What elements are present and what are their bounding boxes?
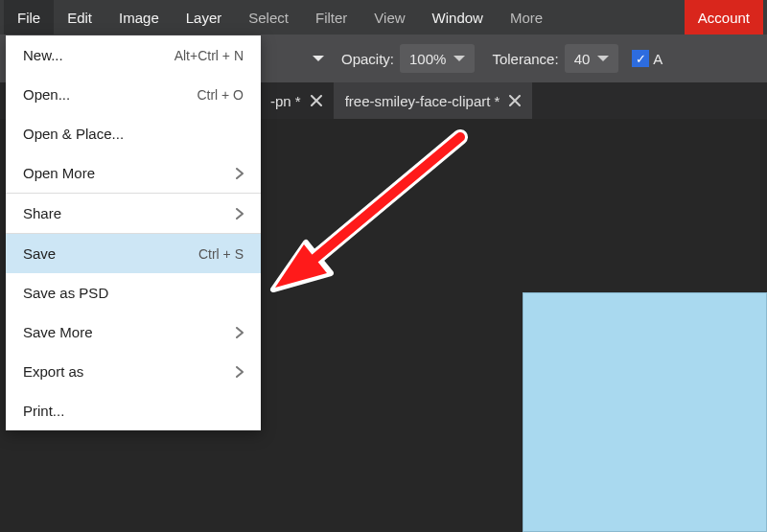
chevron-down-icon — [313, 56, 324, 61]
menu-file[interactable]: File — [4, 0, 54, 35]
file-menu-save-more[interactable]: Save More — [6, 312, 261, 352]
shortcut-text: Alt+Ctrl + N — [174, 48, 244, 63]
file-menu-save[interactable]: Save Ctrl + S — [6, 234, 261, 273]
file-menu-open-more[interactable]: Open More — [6, 153, 261, 193]
chevron-right-icon — [236, 366, 244, 378]
chevron-down-icon — [453, 56, 465, 61]
menu-window[interactable]: Window — [419, 0, 497, 35]
menu-layer[interactable]: Layer — [173, 0, 236, 35]
opacity-label: Opacity: — [341, 51, 394, 67]
file-menu-new[interactable]: New... Alt+Ctrl + N — [6, 35, 261, 75]
document-tab[interactable]: -pn * — [259, 82, 334, 119]
opacity-value-dropdown[interactable]: 100% — [400, 44, 475, 73]
option-checkbox-label: A — [653, 51, 662, 67]
menubar: File Edit Image Layer Select Filter View… — [0, 0, 767, 35]
file-menu-print[interactable]: Print... — [6, 391, 261, 430]
file-menu-share[interactable]: Share — [6, 194, 261, 233]
shortcut-text: Ctrl + O — [197, 87, 244, 103]
opacity-value: 100% — [409, 51, 446, 67]
file-menu-save-psd[interactable]: Save as PSD — [6, 273, 261, 312]
chevron-right-icon — [236, 168, 244, 179]
tab-label: -pn * — [270, 93, 301, 109]
tolerance-label: Tolerance: — [492, 51, 558, 67]
chevron-down-icon — [597, 56, 609, 61]
menu-account[interactable]: Account — [685, 0, 763, 35]
option-checkbox[interactable]: ✓ — [632, 50, 649, 67]
shortcut-text: Ctrl + S — [198, 246, 244, 262]
tolerance-value-dropdown[interactable]: 40 — [565, 44, 619, 73]
document-tab[interactable]: free-smiley-face-clipart * — [334, 82, 533, 119]
file-menu-export-as[interactable]: Export as — [6, 352, 261, 391]
tab-label: free-smiley-face-clipart * — [345, 93, 500, 109]
canvas-content[interactable] — [523, 292, 767, 532]
file-menu-open-place[interactable]: Open & Place... — [6, 114, 261, 153]
menu-more[interactable]: More — [497, 0, 556, 35]
menu-filter[interactable]: Filter — [302, 0, 360, 35]
menu-edit[interactable]: Edit — [54, 0, 105, 35]
close-icon[interactable] — [509, 95, 521, 106]
close-icon[interactable] — [311, 95, 322, 106]
file-menu-dropdown: New... Alt+Ctrl + N Open... Ctrl + O Ope… — [6, 35, 261, 430]
chevron-right-icon — [236, 208, 244, 220]
tool-preset-dropdown[interactable] — [307, 56, 324, 61]
tolerance-value: 40 — [574, 51, 591, 67]
chevron-right-icon — [236, 327, 244, 338]
menu-view[interactable]: View — [360, 0, 418, 35]
menu-image[interactable]: Image — [105, 0, 173, 35]
menu-select[interactable]: Select — [235, 0, 302, 35]
file-menu-open[interactable]: Open... Ctrl + O — [6, 75, 261, 114]
